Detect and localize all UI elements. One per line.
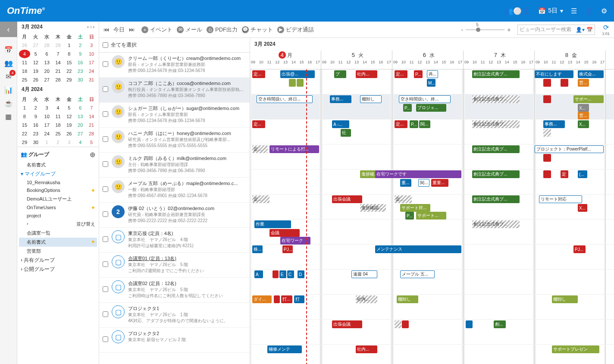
person-checkbox[interactable] (103, 236, 108, 242)
cal-day[interactable]: 28 (86, 129, 97, 138)
cal-day[interactable]: 7 (86, 104, 97, 112)
person-checkbox[interactable] (103, 211, 108, 217)
cal-day[interactable]: 18 (19, 67, 30, 75)
calendar-event[interactable]: 定... (395, 120, 407, 128)
grid-row[interactable]: 定...リモートによる打...創立記念式典プ...プロジェクト：PowerPla… (250, 144, 614, 169)
calendar-event[interactable]: 定... (252, 120, 265, 128)
calendar-event[interactable]: リモート対応 (539, 195, 582, 203)
calendar-event[interactable] (273, 270, 279, 278)
calendar-event[interactable]: 打... (281, 295, 292, 303)
calendar-event[interactable]: 出張@... (280, 70, 315, 78)
cal-day[interactable]: 13 (41, 58, 53, 67)
grid-row[interactable]: 定...出張@...プ社内...定...P...共...M...創立記念式典プ.… (250, 69, 614, 94)
calendar-event[interactable]: 関... (418, 179, 429, 187)
cal-day[interactable]: 22 (63, 67, 75, 75)
collapse-button[interactable]: ‹ (0, 22, 17, 37)
group-item[interactable]: 営業部 (19, 247, 97, 256)
cal-day[interactable]: 13 (75, 112, 86, 121)
cal-day[interactable]: 17 (86, 58, 97, 67)
calendar-event[interactable]: 定 (561, 170, 568, 178)
grid-row[interactable]: 定...出張会議進捗確認...定...サポート対...P...サポート...創立… (250, 195, 614, 220)
calendar-event[interactable]: 株... (252, 245, 263, 253)
person-checkbox[interactable] (103, 136, 108, 142)
person-row[interactable]: ▢プロジェクタ2東京本社 新宿セマノビル 2 階 (99, 328, 250, 353)
calendar-event[interactable]: 創立記念式典プ... (472, 120, 520, 128)
calendar-event[interactable] (543, 170, 551, 178)
calendar-event[interactable]: 出張会議 (332, 320, 362, 328)
cal-day[interactable]: 7 (53, 50, 64, 58)
calendar-event[interactable]: C (287, 270, 294, 278)
cal-day[interactable]: 19 (30, 67, 41, 75)
calendar-event[interactable] (395, 320, 401, 328)
calendar-event[interactable] (543, 79, 551, 87)
cal-day[interactable]: 12 (30, 58, 41, 67)
calendar-event[interactable]: M... (427, 79, 435, 87)
calendar-event[interactable]: A -... (332, 120, 349, 128)
calendar-event[interactable]: 創立記念式典プ... (472, 145, 520, 153)
cal-day[interactable]: 2 (30, 104, 41, 112)
calendar-event[interactable]: 進捗確認... (360, 204, 386, 212)
cal-day[interactable]: 16 (30, 121, 41, 129)
cal-day[interactable]: 17 (41, 121, 53, 129)
calendar-event[interactable]: 株式会... (578, 70, 604, 78)
cal-day[interactable]: 29 (19, 138, 30, 147)
person-row[interactable]: 🙂クリーム 一郎（くりーむ）cream@ontimedemo.com部長 - オ… (99, 53, 250, 78)
calendar-event[interactable]: 営... (578, 112, 589, 119)
calendar-event[interactable]: P... (414, 70, 423, 78)
cal-day[interactable]: 29 (63, 75, 75, 84)
cal-day[interactable]: 27 (75, 129, 86, 138)
cal-day[interactable]: 5 (30, 50, 41, 58)
calendar-event[interactable]: 創... (494, 320, 506, 328)
person-row[interactable]: ▢東京応接 (定員：4名)東京本社 ヤマノ26ビル 4 階利用許可は秘書室に連絡… (99, 228, 250, 253)
select-all-row[interactable]: 全てを選択 (99, 38, 250, 53)
calendar-event[interactable]: P... (405, 212, 414, 220)
calendar-event[interactable]: 創立記念式典プ... (472, 220, 520, 228)
calendar-event[interactable]: プロジェ... (416, 104, 446, 112)
cal-day[interactable]: 28 (53, 75, 64, 84)
cal-day[interactable]: 11 (53, 112, 64, 121)
cal-day[interactable]: 21 (86, 121, 97, 129)
cal-day[interactable]: 6 (41, 50, 53, 58)
calendar-event[interactable]: 出張会議 (332, 195, 362, 203)
cal-day[interactable]: 21 (53, 67, 64, 75)
calendar-event[interactable]: 空き時間扱い。終日... (257, 95, 313, 103)
mail-button[interactable]: ✉メール (177, 26, 202, 34)
calendar-event[interactable]: サポートプレゼン (552, 345, 599, 353)
grid-row[interactable]: 株...PJ...メンテナンスPJ... (250, 245, 614, 270)
calendar-event[interactable]: 補修メンテ (267, 345, 302, 353)
group-item[interactable]: › 並び替え (19, 220, 97, 229)
calendar-event[interactable]: 創立記念式典プ... (472, 195, 520, 203)
cal-today[interactable]: ○ (90, 25, 92, 29)
calendar-event[interactable]: 営... (578, 79, 589, 87)
calendar-event[interactable]: サポート対... (400, 204, 430, 212)
cal-day[interactable]: 25 (53, 129, 64, 138)
person-row[interactable]: 🙂ミルク 四郎（みるく）milk@ontimedemo.com主任 - 戦略事業… (99, 153, 250, 178)
person-checkbox[interactable] (103, 86, 108, 92)
cal-day[interactable]: 3 (41, 104, 53, 112)
cal-day[interactable]: 29 (53, 41, 64, 50)
cal-day[interactable]: 9 (30, 112, 41, 121)
calendar-event[interactable]: D (298, 270, 304, 278)
calendar-event[interactable]: 在宅ワークです (375, 170, 461, 178)
group-item[interactable]: BookingOptions★ (19, 186, 97, 195)
cal-day[interactable]: 20 (41, 67, 53, 75)
cal-day[interactable]: 5 (63, 104, 75, 112)
calendar-event[interactable]: プ (334, 70, 346, 78)
calendar-event[interactable]: 定... (252, 145, 268, 153)
calendar-event[interactable] (466, 320, 473, 328)
cal-day[interactable]: 4 (19, 50, 30, 58)
cal-day[interactable]: 15 (19, 121, 30, 129)
calendar-event[interactable] (402, 320, 409, 328)
grid-row[interactable]: ダイ...打...打社内...棚卸し棚卸し (250, 295, 614, 320)
calendar-event[interactable]: 重要... (431, 179, 448, 187)
cal-day[interactable]: 11 (19, 58, 30, 67)
person-row[interactable]: ▢プロジェクタ1東京本社 ヤマノ26ビル 1 階4K対応、アダプタが特殊なので間… (99, 303, 250, 328)
cal-day[interactable]: 19 (63, 121, 75, 129)
person-row[interactable]: 2伊藤 02（いとう）02@ontimedemo.com研究員 - 戦略事業部企… (99, 203, 250, 228)
calendar-event[interactable]: X... (578, 120, 589, 128)
calendar-event[interactable]: 事務... (543, 120, 565, 128)
gear-icon[interactable]: ⚙ (601, 7, 607, 15)
calendar-event[interactable] (543, 95, 551, 103)
calendar-event[interactable]: 社内... (356, 295, 377, 303)
calendar-event[interactable]: 創立記念式典プ... (472, 70, 520, 78)
